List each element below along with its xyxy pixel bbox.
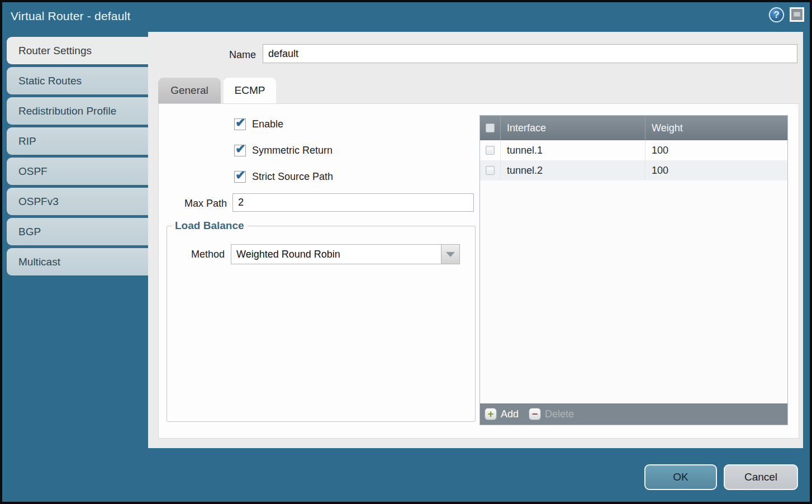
max-path-input[interactable]: [232, 193, 474, 212]
interface-cell: tunnel.1: [500, 140, 645, 160]
sidebar-item-redistribution-profile[interactable]: Redistribution Profile: [7, 97, 148, 125]
row-checkbox[interactable]: [486, 166, 495, 175]
checkmark-icon: ✔: [235, 142, 245, 156]
window-icon[interactable]: [790, 7, 804, 22]
method-dropdown-value: Weighted Round Robin: [231, 249, 441, 260]
enable-row: ✔ Enable: [234, 117, 283, 131]
row-checkbox[interactable]: [486, 146, 495, 155]
sidebar-item-router-settings[interactable]: Router Settings: [7, 37, 148, 64]
interface-cell: tunnel.2: [500, 160, 645, 180]
delete-button-label: Delete: [545, 408, 574, 420]
ecmp-tab-panel: ✔ Enable ✔ Symmetric Return ✔ Strict Sou…: [158, 103, 799, 439]
add-button[interactable]: + Add: [485, 408, 519, 420]
sidebar-item-multicast[interactable]: Multicast: [7, 248, 148, 275]
window-icon-inner: [794, 12, 800, 17]
ok-button[interactable]: OK: [644, 464, 717, 490]
load-balance-legend: Load Balance: [172, 220, 248, 232]
enable-checkbox[interactable]: ✔: [234, 118, 246, 130]
name-label: Name: [229, 49, 256, 61]
row-checkbox-cell: [480, 146, 500, 155]
table-header: Interface Weight: [480, 116, 787, 140]
table-row[interactable]: tunnel.1 100: [480, 140, 787, 160]
interface-table: Interface Weight tunnel.1 100 tunnel.2 1…: [479, 115, 788, 425]
sidebar: Router Settings Static Routes Redistribu…: [7, 37, 148, 278]
chevron-down-icon: [446, 252, 455, 257]
sidebar-item-ospfv3[interactable]: OSPFv3: [7, 188, 148, 215]
header-checkbox-cell: [480, 116, 500, 140]
sidebar-item-ospf[interactable]: OSPF: [7, 158, 148, 185]
symmetric-return-checkbox[interactable]: ✔: [234, 145, 246, 156]
strict-source-path-checkbox[interactable]: ✔: [234, 171, 246, 183]
strict-source-path-row: ✔ Strict Source Path: [234, 170, 333, 183]
main-panel: Name General ECMP ✔ Enable ✔ Symmetric R…: [148, 32, 803, 448]
table-row[interactable]: tunnel.2 100: [480, 160, 787, 180]
cancel-button[interactable]: Cancel: [724, 464, 798, 490]
load-balance-group: Load Balance Method Weighted Round Robin: [167, 220, 476, 422]
delete-icon: −: [529, 408, 541, 420]
name-input[interactable]: [263, 44, 797, 63]
sidebar-item-bgp[interactable]: BGP: [7, 218, 148, 245]
help-icon[interactable]: ?: [769, 7, 784, 22]
weight-cell: 100: [645, 160, 787, 180]
add-button-label: Add: [501, 408, 519, 420]
strict-source-path-label: Strict Source Path: [252, 171, 333, 183]
sidebar-item-static-routes[interactable]: Static Routes: [7, 67, 148, 94]
checkmark-icon: ✔: [235, 116, 245, 130]
method-label: Method: [167, 249, 225, 260]
select-all-checkbox[interactable]: [486, 123, 495, 132]
max-path-label: Max Path: [159, 198, 227, 210]
tab-general[interactable]: General: [158, 78, 221, 103]
help-icon-glyph: ?: [770, 8, 783, 21]
symmetric-return-row: ✔ Symmetric Return: [234, 144, 333, 157]
interface-column-header: Interface: [500, 116, 645, 140]
symmetric-return-label: Symmetric Return: [252, 145, 333, 156]
dialog-title: Virtual Router - default: [11, 9, 131, 23]
titlebar: Virtual Router - default ?: [2, 2, 810, 32]
sidebar-item-rip[interactable]: RIP: [7, 127, 148, 155]
enable-label: Enable: [252, 118, 283, 130]
delete-button[interactable]: − Delete: [529, 408, 574, 420]
table-empty-area: [480, 180, 787, 403]
method-row: Method Weighted Round Robin: [167, 244, 475, 264]
method-dropdown[interactable]: Weighted Round Robin: [231, 244, 460, 264]
weight-column-header: Weight: [645, 116, 787, 140]
weight-cell: 100: [645, 140, 787, 160]
virtual-router-dialog: Virtual Router - default ? Router Settin…: [2, 2, 810, 502]
checkmark-icon: ✔: [235, 168, 245, 183]
row-checkbox-cell: [480, 166, 500, 175]
tab-ecmp[interactable]: ECMP: [224, 78, 276, 103]
table-toolbar: + Add − Delete: [480, 403, 787, 425]
add-icon: +: [485, 408, 497, 420]
method-dropdown-button[interactable]: [441, 245, 459, 264]
